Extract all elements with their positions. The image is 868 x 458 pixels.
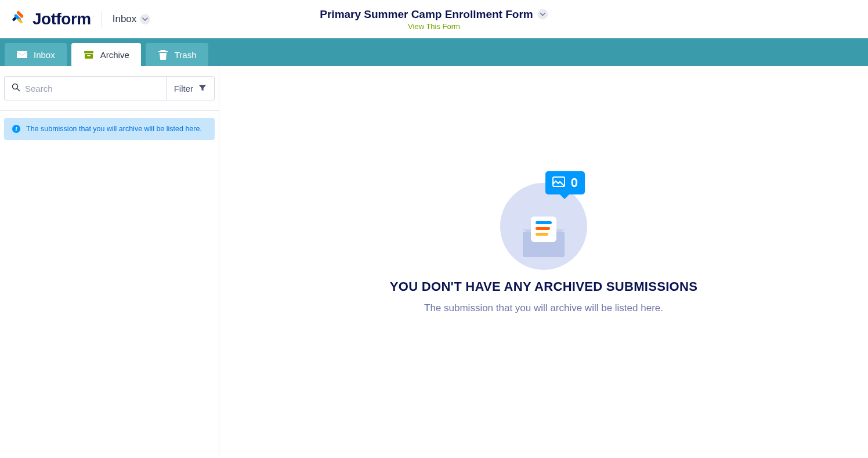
brand-logo[interactable]: Jotform: [10, 10, 91, 28]
header-center: Primary Summer Camp Enrollment Form View…: [320, 8, 548, 30]
app-header: Jotform Inbox Primary Summer Camp Enroll…: [0, 0, 868, 38]
svg-rect-4: [84, 51, 93, 53]
tab-label: Archive: [100, 50, 129, 60]
envelope-icon: [523, 226, 565, 257]
badge-count: 0: [571, 175, 578, 190]
chevron-down-icon: [538, 9, 548, 19]
tabs-bar: Inbox Archive Trash: [0, 38, 868, 66]
empty-subtitle: The submission that you will archive wil…: [341, 302, 747, 314]
brand-name: Jotform: [32, 10, 91, 28]
view-form-link[interactable]: View This Form: [320, 21, 548, 30]
svg-rect-6: [87, 55, 91, 56]
empty-illustration: 0: [500, 171, 587, 270]
header-divider: [102, 11, 102, 27]
filter-button[interactable]: Filter: [167, 76, 215, 100]
filter-icon: [198, 83, 207, 94]
sidebar-toolbar: Filter: [0, 66, 219, 111]
form-title-dropdown[interactable]: Primary Summer Camp Enrollment Form: [320, 8, 548, 20]
tab-archive[interactable]: Archive: [71, 43, 141, 66]
info-message: The submission that you will archive wil…: [26, 125, 202, 133]
sidebar: Filter i The submission that you will ar…: [0, 66, 219, 458]
tab-label: Inbox: [34, 50, 55, 60]
info-icon: i: [12, 125, 20, 133]
main-panel: 0 YOU DON'T HAVE ANY ARCHIVED SUBMISSION…: [219, 66, 868, 458]
trash-icon: [157, 49, 169, 60]
empty-title: YOU DON'T HAVE ANY ARCHIVED SUBMISSIONS: [341, 279, 747, 294]
info-banner: i The submission that you will archive w…: [4, 118, 215, 140]
empty-state: 0 YOU DON'T HAVE ANY ARCHIVED SUBMISSION…: [341, 171, 747, 314]
tab-trash[interactable]: Trash: [146, 43, 208, 66]
archive-icon: [83, 49, 95, 60]
inbox-icon: [16, 49, 28, 60]
search-icon: [12, 83, 20, 94]
section-label: Inbox: [113, 13, 137, 25]
filter-label: Filter: [174, 84, 193, 93]
svg-point-7: [13, 84, 18, 89]
section-dropdown[interactable]: Inbox: [113, 13, 151, 25]
search-input-wrap[interactable]: [4, 76, 167, 100]
count-badge: 0: [545, 171, 585, 194]
search-input[interactable]: [25, 84, 160, 93]
tab-label: Trash: [175, 50, 197, 60]
image-icon: [552, 175, 565, 190]
form-title: Primary Summer Camp Enrollment Form: [320, 8, 533, 20]
chevron-down-icon: [140, 14, 150, 24]
tab-inbox[interactable]: Inbox: [5, 43, 67, 66]
content-area: Filter i The submission that you will ar…: [0, 66, 868, 458]
logo-icon: [10, 10, 27, 28]
